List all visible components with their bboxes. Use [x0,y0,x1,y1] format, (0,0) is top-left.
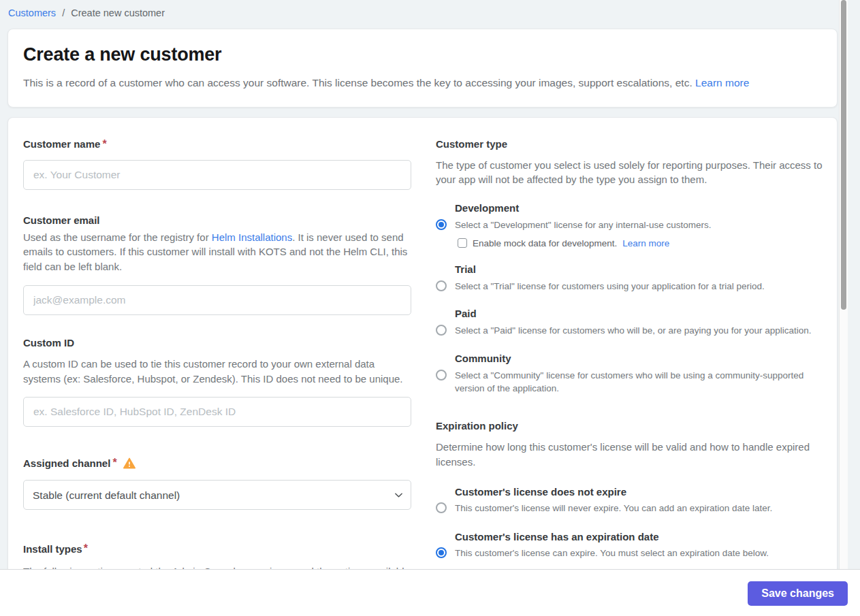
mock-data-checkbox-text: Enable mock data for development. [473,238,617,248]
assigned-channel-select-wrap: Stable (current default channel) [23,480,411,510]
no-expire-option-title: Customer's license does not expire [455,486,823,498]
expiration-policy-section: Expiration policy Determine how long thi… [436,420,823,560]
customer-type-option-community: Community Select a "Community" license f… [436,353,823,395]
page-description-text: This is a record of a customer who can a… [23,77,692,88]
scrollbar-track[interactable] [839,0,848,569]
customer-email-input[interactable] [23,285,411,315]
customer-name-label-row: Customer name * [23,138,411,150]
custom-id-input[interactable] [23,397,411,427]
trial-radio[interactable] [436,280,447,291]
page-title: Create a new customer [23,44,822,65]
mock-data-checkbox-label: Enable mock data for development. Learn … [473,238,669,248]
expiration-policy-description: Determine how long this customer's licen… [436,440,823,470]
community-radio[interactable] [436,370,447,380]
expiration-policy-label: Expiration policy [436,420,823,432]
form-left-column: Customer name * Customer email Used as t… [23,138,411,566]
assigned-channel-label-row: Assigned channel * [23,457,411,469]
trial-option-title: Trial [455,263,823,275]
install-types-label-row: Install types * [23,542,411,555]
breadcrumb-customers-link[interactable]: Customers [8,7,56,18]
has-expiration-option-description: This customer's license can expire. You … [455,547,823,560]
development-option-description: Select a "Development" license for any i… [455,218,823,232]
paid-radio[interactable] [436,325,447,336]
assigned-channel-label: Assigned channel [23,457,110,469]
breadcrumb-separator: / [62,7,65,18]
save-changes-button[interactable]: Save changes [748,581,848,606]
development-radio[interactable] [436,219,447,230]
customer-name-required-asterisk: * [102,138,106,150]
page-description: This is a record of a customer who can a… [23,76,822,91]
expiration-option-no-expire: Customer's license does not expire This … [436,486,823,515]
customer-name-label: Customer name [23,138,100,150]
warning-icon [123,457,136,469]
customer-type-description: The type of customer you select is used … [436,158,823,188]
has-expiration-radio[interactable] [436,547,447,558]
install-types-label: Install types [23,543,82,555]
customer-email-description: Used as the username for the registry fo… [23,230,411,274]
header-card: Create a new customer This is a record o… [7,29,838,108]
no-expire-radio[interactable] [436,502,447,513]
customer-form-card: Customer name * Customer email Used as t… [7,117,838,594]
customer-type-option-trial: Trial Select a "Trial" license for custo… [436,263,823,293]
scrollbar-thumb[interactable] [841,0,846,310]
customer-type-option-paid: Paid Select a "Paid" license for custome… [436,308,823,338]
form-right-column: Customer type The type of customer you s… [436,138,823,566]
paid-option-title: Paid [455,308,823,319]
header-learn-more-link[interactable]: Learn more [695,77,749,88]
customer-name-input[interactable] [23,160,411,190]
install-types-required-asterisk: * [84,542,88,555]
community-option-description: Select a "Community" license for custome… [455,369,823,395]
community-option-title: Community [455,353,823,364]
custom-id-label: Custom ID [23,337,411,348]
helm-installations-link[interactable]: Helm Installations [212,231,292,243]
assigned-channel-required-asterisk: * [112,457,116,469]
customer-email-description-part1: Used as the username for the registry fo… [23,231,212,243]
has-expiration-option-title: Customer's license has an expiration dat… [455,531,823,542]
trial-option-description: Select a "Trial" license for customers u… [455,280,823,293]
breadcrumb: Customers / Create new customer [0,0,848,18]
mock-data-row: Enable mock data for development. Learn … [458,238,823,248]
assigned-channel-select[interactable]: Stable (current default channel) [23,480,411,510]
expiration-option-has-date: Customer's license has an expiration dat… [436,531,823,560]
no-expire-option-description: This customer's license will never expir… [455,502,823,515]
development-option-title: Development [455,202,823,214]
custom-id-description: A custom ID can be used to tie this cust… [23,357,411,387]
page: Customers / Create new customer Create a… [0,0,848,616]
customer-type-option-development: Development Select a "Development" licen… [436,202,823,248]
breadcrumb-current: Create new customer [71,7,165,18]
footer-bar: Save changes [0,569,860,616]
mock-data-checkbox[interactable] [458,238,467,248]
paid-option-description: Select a "Paid" license for customers wh… [455,324,823,338]
mock-data-learn-more-link[interactable]: Learn more [622,238,669,248]
customer-type-label: Customer type [436,138,823,150]
customer-email-label: Customer email [23,214,411,226]
